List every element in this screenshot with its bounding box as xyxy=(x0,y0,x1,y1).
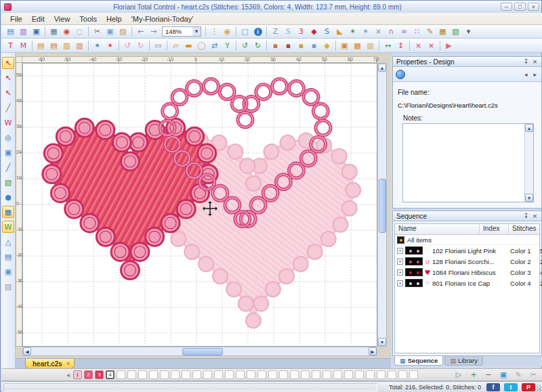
empty-chip[interactable] xyxy=(127,370,136,379)
empty-chip[interactable] xyxy=(312,370,320,379)
applique-icon[interactable]: ◣ xyxy=(333,26,346,38)
monogram-icon[interactable]: M xyxy=(17,39,30,51)
pinterest-icon[interactable]: P xyxy=(522,383,535,391)
empty-chip[interactable] xyxy=(171,370,180,379)
fan-stitch-icon[interactable]: ∩ xyxy=(385,26,398,38)
satin-stitch-icon[interactable]: 3 xyxy=(295,26,308,38)
text-icon[interactable]: T xyxy=(4,39,17,51)
combo-dropdown-icon[interactable]: ▼ xyxy=(192,27,201,36)
empty-chip[interactable] xyxy=(149,370,158,379)
empty-chip[interactable] xyxy=(268,370,277,379)
horizontal-scrollbar[interactable]: ◀ ▶ xyxy=(22,347,377,356)
measure-tool-icon[interactable]: ╱ xyxy=(2,161,14,173)
rotate-ccw-icon[interactable]: ↺ xyxy=(238,39,251,51)
send-design-icon[interactable]: ▤ xyxy=(2,251,14,263)
star-fill-green-icon[interactable]: ✶ xyxy=(346,26,359,38)
facebook-icon[interactable]: f xyxy=(486,383,500,391)
zoom-tool-icon[interactable]: ◎ xyxy=(2,131,14,144)
stipple3-icon[interactable]: ▪ xyxy=(295,39,308,51)
cord-icon[interactable]: ◌ xyxy=(73,26,86,38)
info-icon[interactable]: i xyxy=(251,26,264,38)
point-select-icon[interactable]: ↖ xyxy=(2,87,14,99)
cut-button[interactable]: ✂ xyxy=(526,370,541,379)
design-properties-icon[interactable] xyxy=(396,70,405,79)
chain-stitch-icon[interactable]: ∞ xyxy=(398,26,411,38)
redo-icon[interactable]: → xyxy=(147,26,160,38)
empty-chip[interactable] xyxy=(214,370,223,379)
sequence-row[interactable]: +♡102 Floriani Light PinkColor 15437 xyxy=(395,245,539,256)
library2-icon[interactable]: ▤ xyxy=(47,39,60,51)
column-index[interactable]: Index xyxy=(479,224,508,234)
snapshot-icon[interactable]: ▣ xyxy=(2,265,14,278)
sequin-icon[interactable]: ✎ xyxy=(423,26,436,38)
cut-icon[interactable]: ✂ xyxy=(91,26,104,38)
color-chip-3[interactable]: 3 xyxy=(95,370,104,379)
basket-stitch-icon[interactable]: ▦ xyxy=(436,26,449,38)
library3-icon[interactable]: ▥ xyxy=(60,39,73,51)
panel-close-icon[interactable]: × xyxy=(530,58,539,65)
menu-tools[interactable]: Tools xyxy=(75,14,102,24)
notes-scroll-up-icon[interactable]: ▲ xyxy=(525,124,533,132)
library4-icon[interactable]: ▥ xyxy=(73,39,86,51)
edit-button[interactable]: ✎ xyxy=(511,370,526,379)
color-chip-1[interactable]: 1 xyxy=(73,370,82,379)
cross-stitch-icon[interactable]: × xyxy=(372,26,385,38)
expand-icon[interactable]: + xyxy=(397,280,403,286)
knife-icon[interactable]: ╱ xyxy=(2,102,14,114)
empty-chip[interactable] xyxy=(247,370,255,379)
bead-stitch-icon[interactable]: ∷ xyxy=(411,26,423,38)
column-stitches[interactable]: Stitches xyxy=(508,224,539,234)
carve2-icon[interactable]: ▩ xyxy=(351,39,364,51)
toolbar-options-icon[interactable]: ▾ xyxy=(462,26,475,38)
remove-overlap2-icon[interactable]: × xyxy=(425,39,438,51)
expand-icon[interactable]: + xyxy=(397,259,403,265)
freehand-select-icon[interactable]: ↖ xyxy=(2,72,14,84)
undo-icon[interactable]: ← xyxy=(134,26,147,38)
column-stitch-icon[interactable]: ◆ xyxy=(308,26,320,38)
scroll-left-icon[interactable]: ◀ xyxy=(23,347,31,355)
empty-chip[interactable] xyxy=(192,370,201,379)
notes-scroll-down-icon[interactable]: ▼ xyxy=(525,194,533,202)
menu-edit[interactable]: Edit xyxy=(27,14,49,24)
color-chip-2[interactable]: 2 xyxy=(84,370,93,379)
zoom-level-combo[interactable]: 148%▼ xyxy=(162,26,201,37)
flip-icon[interactable]: ⇄ xyxy=(208,39,221,51)
measure-width-icon[interactable]: ↔ xyxy=(381,39,394,51)
swirl2-icon[interactable]: ↻ xyxy=(134,39,147,51)
vector-view-icon[interactable]: △ xyxy=(2,236,14,248)
scroll-right-icon[interactable]: ▶ xyxy=(369,347,377,355)
save-icon[interactable]: ▣ xyxy=(30,26,43,38)
notes-scrollbar[interactable]: ▲ ▼ xyxy=(524,124,533,202)
notes-textarea[interactable]: ▲ ▼ xyxy=(402,123,534,202)
play-button[interactable]: ▷ xyxy=(451,370,466,379)
empty-chip[interactable] xyxy=(257,370,266,379)
photo-stitch-icon[interactable]: ▧ xyxy=(449,26,462,38)
color-chip-4[interactable]: 4 xyxy=(106,370,114,379)
empty-chip[interactable] xyxy=(398,370,407,379)
background-image-icon[interactable]: ▧ xyxy=(2,176,14,188)
empty-chip[interactable] xyxy=(322,370,331,379)
realistic-preview-icon[interactable]: ⋮ xyxy=(208,26,221,38)
rect-select-icon[interactable]: ▭ xyxy=(152,39,165,51)
display-button[interactable]: ▣ xyxy=(496,370,511,379)
empty-chip[interactable] xyxy=(290,370,299,379)
empty-chip[interactable] xyxy=(236,370,245,379)
circle-tool-icon[interactable]: ◯ xyxy=(195,39,208,51)
expand-icon[interactable]: + xyxy=(397,269,403,276)
copy-icon[interactable]: ▣ xyxy=(104,26,117,38)
tab-nav-arrows-icon[interactable]: ◂ ▸ xyxy=(524,71,539,78)
grid-toggle-icon[interactable]: ▦ xyxy=(2,206,14,218)
steil-stitch-icon[interactable]: S xyxy=(282,26,295,38)
paste-icon[interactable]: ▨ xyxy=(117,26,129,38)
vertical-scrollbar[interactable]: ▲ ▼ xyxy=(377,63,387,347)
panel-close-icon[interactable]: × xyxy=(530,213,539,219)
empty-chip[interactable] xyxy=(344,370,353,379)
shape-tool-icon[interactable]: ▱ xyxy=(169,39,182,51)
empty-chip[interactable] xyxy=(355,370,364,379)
measure-height-icon[interactable]: ↕ xyxy=(394,39,407,51)
shape-edit-icon[interactable]: W xyxy=(2,116,14,129)
pin-icon[interactable]: ↧ xyxy=(522,58,530,65)
sequence-row[interactable]: +∪128 Floriani Scorchi...Color 22244 xyxy=(395,256,539,267)
slow-draw-icon[interactable]: ▶ xyxy=(442,39,455,51)
library1-icon[interactable]: ▤ xyxy=(35,39,47,51)
